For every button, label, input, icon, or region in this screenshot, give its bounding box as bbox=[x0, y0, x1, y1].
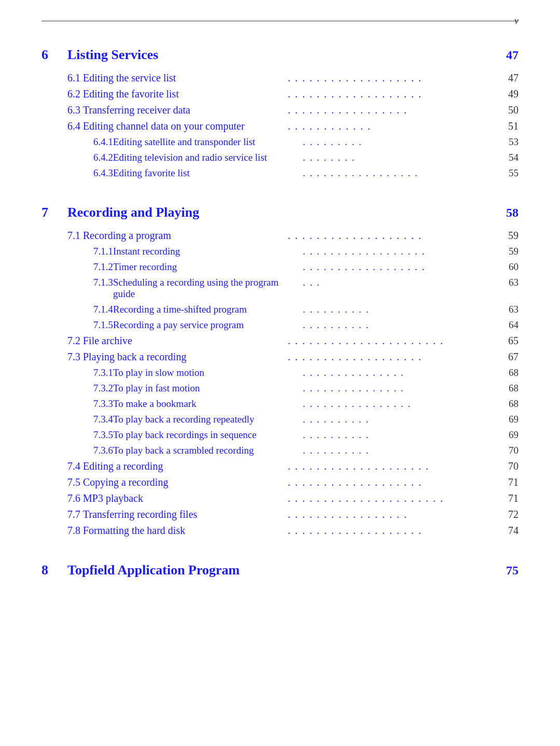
subsection-7-3-4-title: To play back a recording repeatedly bbox=[113, 414, 301, 425]
subsection-7-1-1-entry: 7.1.1 Instant recording . . . . . . . . … bbox=[41, 246, 519, 257]
section-6-3-entry: 6.3 Transferring receiver data . . . . .… bbox=[41, 104, 519, 116]
subsection-7-1-4-title: Recording a time-shifted program bbox=[113, 304, 301, 315]
subsection-7-3-6-page: 70 bbox=[493, 445, 519, 456]
section-7-7-entry: 7.7 Transferring recording files . . . .… bbox=[41, 509, 519, 520]
dots-7-3: . . . . . . . . . . . . . . . . . . . bbox=[286, 351, 493, 363]
chapter-8-page: 75 bbox=[493, 564, 519, 578]
subsection-6-4-1-number: 6.4.1 bbox=[41, 136, 113, 148]
dots-6-4-3: . . . . . . . . . . . . . . . . . bbox=[301, 167, 493, 179]
section-7-7-number: 7.7 bbox=[41, 509, 83, 520]
subsection-6-4-3-title: Editing favorite list bbox=[113, 167, 301, 179]
subsection-7-3-1-page: 68 bbox=[493, 367, 519, 378]
subsection-7-3-6-title: To play back a scrambled recording bbox=[113, 445, 301, 456]
section-7-6-page: 71 bbox=[493, 492, 519, 504]
section-6-3-title: Transferring receiver data bbox=[83, 104, 286, 116]
section-6-2-entry: 6.2 Editing the favorite list . . . . . … bbox=[41, 88, 519, 100]
subsection-7-3-2-entry: 7.3.2 To play in fast motion . . . . . .… bbox=[41, 383, 519, 394]
section-7-1-title: Recording a program bbox=[83, 230, 286, 242]
chapter-8-number: 8 bbox=[41, 562, 67, 578]
subsection-7-1-3-number: 7.1.3 bbox=[41, 277, 113, 288]
subsection-7-3-3-entry: 7.3.3 To make a bookmark . . . . . . . .… bbox=[41, 398, 519, 410]
subsection-7-3-1-number: 7.3.1 bbox=[41, 367, 113, 378]
subsection-6-4-3-number: 6.4.3 bbox=[41, 167, 113, 179]
dots-6-1: . . . . . . . . . . . . . . . . . . . bbox=[286, 72, 493, 84]
subsection-7-1-5-number: 7.1.5 bbox=[41, 319, 113, 331]
subsection-7-1-4-number: 7.1.4 bbox=[41, 304, 113, 315]
subsection-7-3-2-number: 7.3.2 bbox=[41, 383, 113, 394]
section-7-5-entry: 7.5 Copying a recording . . . . . . . . … bbox=[41, 476, 519, 488]
subsection-7-1-1-title: Instant recording bbox=[113, 246, 301, 257]
subsection-7-1-2-title: Timer recording bbox=[113, 261, 301, 273]
section-7-5-page: 71 bbox=[493, 476, 519, 488]
subsection-7-3-2-title: To play in fast motion bbox=[113, 383, 301, 394]
section-7-5-number: 7.5 bbox=[41, 476, 83, 488]
subsection-7-3-3-page: 68 bbox=[493, 398, 519, 410]
subsection-7-1-5-title: Recording a pay service program bbox=[113, 319, 301, 331]
section-6-1-title: Editing the service list bbox=[83, 72, 286, 84]
dots-7-6: . . . . . . . . . . . . . . . . . . . . … bbox=[286, 492, 493, 504]
section-7-2-number: 7.2 bbox=[41, 335, 83, 347]
subsection-7-3-2-page: 68 bbox=[493, 383, 519, 394]
section-7-1-page: 59 bbox=[493, 230, 519, 242]
subsection-7-1-4-entry: 7.1.4 Recording a time-shifted program .… bbox=[41, 304, 519, 315]
subsection-7-1-2-number: 7.1.2 bbox=[41, 261, 113, 273]
section-7-8-page: 74 bbox=[493, 525, 519, 537]
section-6-2-number: 6.2 bbox=[41, 88, 83, 100]
dots-7-7: . . . . . . . . . . . . . . . . . bbox=[286, 509, 493, 520]
subsection-7-3-5-number: 7.3.5 bbox=[41, 429, 113, 441]
section-6-1-number: 6.1 bbox=[41, 72, 83, 84]
section-6-4-number: 6.4 bbox=[41, 120, 83, 132]
section-6-4-entry: 6.4 Editing channel data on your compute… bbox=[41, 120, 519, 132]
page-number-top: v bbox=[514, 16, 519, 26]
section-7-2-entry: 7.2 File archive . . . . . . . . . . . .… bbox=[41, 335, 519, 347]
subsection-7-1-4-page: 63 bbox=[493, 304, 519, 315]
section-7-8-number: 7.8 bbox=[41, 525, 83, 537]
section-7-5-title: Copying a recording bbox=[83, 476, 286, 488]
subsection-7-3-5-entry: 7.3.5 To play back recordings in sequenc… bbox=[41, 429, 519, 441]
subsection-7-1-1-page: 59 bbox=[493, 246, 519, 257]
dots-7-1-4: . . . . . . . . . . bbox=[301, 304, 493, 315]
section-7-7-page: 72 bbox=[493, 509, 519, 520]
subsection-6-4-3-entry: 6.4.3 Editing favorite list . . . . . . … bbox=[41, 167, 519, 179]
chapter-6-title: Listing Services bbox=[67, 47, 493, 63]
dots-6-4: . . . . . . . . . . . . bbox=[286, 120, 493, 132]
section-7-4-number: 7.4 bbox=[41, 460, 83, 472]
subsection-7-3-4-entry: 7.3.4 To play back a recording repeatedl… bbox=[41, 414, 519, 425]
dots-7-1-5: . . . . . . . . . . bbox=[301, 319, 493, 331]
dots-7-3-5: . . . . . . . . . . bbox=[301, 429, 493, 441]
subsection-7-3-6-entry: 7.3.6 To play back a scrambled recording… bbox=[41, 445, 519, 456]
dots-7-2: . . . . . . . . . . . . . . . . . . . . … bbox=[286, 335, 493, 347]
section-7-1-number: 7.1 bbox=[41, 230, 83, 242]
section-7-6-number: 7.6 bbox=[41, 492, 83, 504]
chapter-7-number: 7 bbox=[41, 205, 67, 220]
section-7-3-entry: 7.3 Playing back a recording . . . . . .… bbox=[41, 351, 519, 363]
dots-7-1-1: . . . . . . . . . . . . . . . . . . bbox=[301, 246, 493, 257]
section-7-6-title: MP3 playback bbox=[83, 492, 286, 504]
section-6-3-number: 6.3 bbox=[41, 104, 83, 116]
subsection-7-1-3-entry: 7.1.3 Scheduling a recording using the p… bbox=[41, 277, 519, 300]
subsection-6-4-2-page: 54 bbox=[493, 152, 519, 163]
dots-7-3-3: . . . . . . . . . . . . . . . . bbox=[301, 398, 493, 410]
subsection-6-4-2-entry: 6.4.2 Editing television and radio servi… bbox=[41, 152, 519, 163]
chapter-6-entry: 6 Listing Services 47 bbox=[41, 47, 519, 63]
dots-6-2: . . . . . . . . . . . . . . . . . . . bbox=[286, 88, 493, 100]
subsection-7-3-3-number: 7.3.3 bbox=[41, 398, 113, 410]
subsection-7-1-3-page: 63 bbox=[493, 277, 519, 288]
section-7-4-page: 70 bbox=[493, 460, 519, 472]
chapter-7-title: Recording and Playing bbox=[67, 205, 493, 220]
dots-7-4: . . . . . . . . . . . . . . . . . . . . bbox=[286, 460, 493, 472]
dots-7-3-4: . . . . . . . . . . bbox=[301, 414, 493, 425]
section-6-1-page: 47 bbox=[493, 72, 519, 84]
section-7-3-title: Playing back a recording bbox=[83, 351, 286, 363]
dots-6-3: . . . . . . . . . . . . . . . . . bbox=[286, 104, 493, 116]
section-6-4-title: Editing channel data on your computer bbox=[83, 120, 286, 132]
section-7-4-title: Editing a recording bbox=[83, 460, 286, 472]
subsection-7-1-5-page: 64 bbox=[493, 319, 519, 331]
dots-7-3-1: . . . . . . . . . . . . . . . bbox=[301, 367, 493, 378]
subsection-6-4-1-entry: 6.4.1 Editing satellite and transponder … bbox=[41, 136, 519, 148]
section-7-3-number: 7.3 bbox=[41, 351, 83, 363]
section-7-6-entry: 7.6 MP3 playback . . . . . . . . . . . .… bbox=[41, 492, 519, 504]
chapter-8-entry: 8 Topfield Application Program 75 bbox=[41, 562, 519, 578]
dots-7-3-2: . . . . . . . . . . . . . . . bbox=[301, 383, 493, 394]
subsection-6-4-2-title: Editing television and radio service lis… bbox=[113, 152, 301, 163]
